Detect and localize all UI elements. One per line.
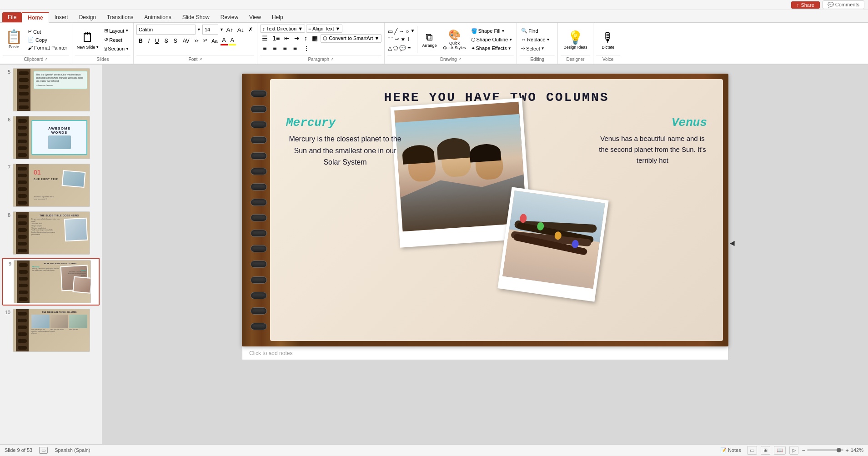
shadow-button[interactable]: S xyxy=(171,37,180,45)
notes-button[interactable]: 📝 Notes xyxy=(718,446,743,454)
shape-line[interactable]: ╱ xyxy=(394,28,398,35)
zoom-out-button[interactable]: − xyxy=(802,447,806,454)
shape-oval[interactable]: ○ xyxy=(405,28,409,35)
replace-button[interactable]: ↔ Replace ▼ xyxy=(520,36,555,43)
normal-view-button[interactable]: ▭ xyxy=(747,446,757,455)
align-right-button[interactable]: ≡ xyxy=(280,44,289,53)
paste-button[interactable]: 📋 Paste xyxy=(3,28,25,51)
shape-rect[interactable]: ▭ xyxy=(387,28,393,35)
shape-pentagon[interactable]: ⬠ xyxy=(393,45,398,52)
superscript-button[interactable]: x² xyxy=(201,37,209,44)
indent-decrease-button[interactable]: ⇤ xyxy=(282,34,291,43)
font-family-input[interactable] xyxy=(136,25,196,35)
bold-button[interactable]: B xyxy=(136,37,145,45)
comments-button[interactable]: 💬 Comments xyxy=(823,0,864,9)
convert-smartart-button[interactable]: ⬡ Convert to SmartArt ▼ xyxy=(321,34,381,43)
shape-effects-button[interactable]: ✦ Shape Effects ▼ xyxy=(470,45,514,52)
shape-outline-button[interactable]: ⬡ Shape Outline ▼ xyxy=(470,36,514,44)
shape-text[interactable]: T xyxy=(406,35,411,44)
shape-star[interactable]: ★ xyxy=(400,35,406,44)
drawing-expand-icon[interactable]: ↗ xyxy=(458,57,462,61)
new-slide-dropdown-icon[interactable]: ▼ xyxy=(95,45,99,49)
shape-curve[interactable]: ⌒ xyxy=(387,35,394,44)
slide-thumb-5[interactable]: 5 This is a Spanish words but of wisdom … xyxy=(2,67,100,113)
tab-slideshow[interactable]: Slide Show xyxy=(177,12,215,22)
slide-sorter-button[interactable]: ⊞ xyxy=(761,446,770,455)
paragraph-expand-icon[interactable]: ↗ xyxy=(331,57,334,61)
reset-button[interactable]: ↺ Reset xyxy=(103,36,130,44)
format-painter-button[interactable]: 🖌 Format Painter xyxy=(26,44,69,51)
shape-fill-button[interactable]: 🪣 Shape Fill ▼ xyxy=(470,27,514,35)
line-spacing-button[interactable]: ↕ xyxy=(302,34,309,43)
tab-help[interactable]: Help xyxy=(266,12,289,22)
shape-connector[interactable]: ⤻ xyxy=(394,35,400,44)
tab-animations[interactable]: Animations xyxy=(139,12,176,22)
columns-spacing-button[interactable]: ⋮ xyxy=(301,44,312,53)
copy-button[interactable]: 📄 Copy xyxy=(26,36,69,44)
slide-thumb-6[interactable]: 6 AWESOMEWORDS xyxy=(2,115,100,160)
tab-design[interactable]: Design xyxy=(74,12,101,22)
arrange-button[interactable]: ⧉ Arrange xyxy=(419,30,439,49)
tab-transitions[interactable]: Transitions xyxy=(101,12,139,22)
justify-button[interactable]: ≡ xyxy=(291,44,300,53)
slide-thumb-9[interactable]: 9 HERE YOU HAVE TWO COLUMNS Mercury Me xyxy=(2,258,100,306)
dictate-button[interactable]: 🎙 Dictate xyxy=(599,28,617,51)
shape-eq[interactable]: = xyxy=(407,45,411,52)
select-button[interactable]: ⊹ Select ▼ xyxy=(520,45,555,52)
shape-arrow[interactable]: → xyxy=(398,28,405,35)
slide-thumb-7[interactable]: 7 01 OUR FIRST TRIP You need a positive … xyxy=(2,162,100,208)
section-button[interactable]: § Section ▼ xyxy=(103,45,130,52)
underline-button[interactable]: U xyxy=(153,37,161,45)
reading-view-button[interactable]: 📖 xyxy=(774,446,786,455)
shape-triangle[interactable]: △ xyxy=(387,45,392,52)
quick-styles-button[interactable]: 🎨 Quick Quick Styles xyxy=(442,28,468,51)
layout-dropdown-icon[interactable]: ▼ xyxy=(125,29,129,33)
find-button[interactable]: 🔍 Find xyxy=(520,27,555,35)
font-size-input[interactable] xyxy=(202,25,218,35)
italic-button[interactable]: I xyxy=(146,37,152,45)
slide-thumb-8[interactable]: 8 THE SLIDE TITLE GOES HERE! Do you know… xyxy=(2,210,100,256)
font-color-button[interactable]: A xyxy=(221,36,228,45)
slide-thumb-10[interactable]: 10 AND THESE ARE THREE COLUMNS Here g xyxy=(2,307,100,353)
font-family-dropdown[interactable]: ▼ xyxy=(197,27,201,32)
change-case-button[interactable]: Aa xyxy=(210,37,219,45)
slide-show-button[interactable]: ▷ xyxy=(789,446,798,455)
shape-more[interactable]: ▼ xyxy=(410,28,416,35)
numbering-button[interactable]: 1≡ xyxy=(271,34,281,43)
notes-area[interactable]: Click to add notes xyxy=(242,346,728,360)
layout-button[interactable]: ⊞ Layout ▼ xyxy=(103,27,130,35)
tab-home[interactable]: Home xyxy=(22,12,49,23)
tab-insert[interactable]: Insert xyxy=(49,12,74,22)
shape-callout[interactable]: 💬 xyxy=(399,45,406,52)
share-button[interactable]: ↑ Share xyxy=(791,1,820,9)
tab-view[interactable]: View xyxy=(244,12,266,22)
indent-increase-button[interactable]: ⇥ xyxy=(292,34,301,43)
new-slide-button[interactable]: 🗒 New Slide ▼ xyxy=(75,28,101,51)
increase-font-button[interactable]: A↑ xyxy=(225,26,235,34)
tab-review[interactable]: Review xyxy=(215,12,244,22)
decrease-font-button[interactable]: A↓ xyxy=(236,26,246,34)
select-dropdown[interactable]: ▼ xyxy=(541,46,545,50)
zoom-in-button[interactable]: + xyxy=(845,447,849,454)
text-direction-button[interactable]: ↕ Text Direction ▼ xyxy=(260,25,305,33)
align-text-button[interactable]: ≡ Align Text ▼ xyxy=(306,25,342,33)
columns-button[interactable]: ▦ xyxy=(310,34,320,43)
subscript-button[interactable]: x₂ xyxy=(193,37,201,44)
font-size-dropdown[interactable]: ▼ xyxy=(220,27,224,32)
cut-button[interactable]: ✂ Cut xyxy=(26,28,69,35)
design-ideas-button[interactable]: 💡 Design Ideas xyxy=(561,28,590,51)
highlight-color-button[interactable]: A xyxy=(229,36,236,45)
shape-fill-dropdown[interactable]: ▼ xyxy=(501,29,505,33)
tab-file[interactable]: File xyxy=(2,12,22,22)
zoom-slider[interactable] xyxy=(807,449,843,451)
align-left-button[interactable]: ≡ xyxy=(260,44,269,53)
shape-outline-dropdown[interactable]: ▼ xyxy=(509,38,512,42)
clear-format-button[interactable]: ✗ xyxy=(247,26,254,33)
strikethrough-button[interactable]: S xyxy=(162,37,171,45)
font-expand-icon[interactable]: ↗ xyxy=(199,57,202,61)
section-dropdown-icon[interactable]: ▼ xyxy=(125,47,129,51)
replace-dropdown[interactable]: ▼ xyxy=(547,38,550,42)
bullets-button[interactable]: ☰ xyxy=(260,34,270,43)
shape-effects-dropdown[interactable]: ▼ xyxy=(508,46,512,50)
clipboard-expand-icon[interactable]: ↗ xyxy=(45,57,48,61)
